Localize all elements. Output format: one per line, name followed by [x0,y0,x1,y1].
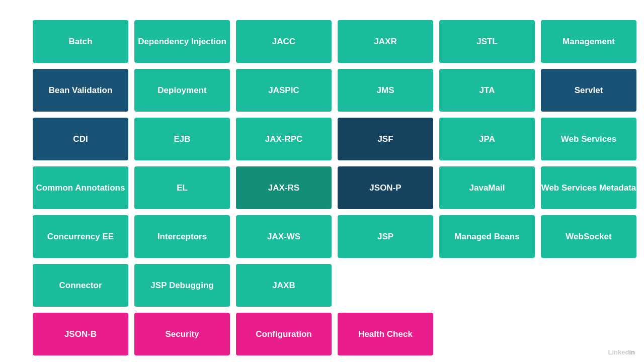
tile-jax-ws[interactable]: JAX-WS [236,215,332,258]
tile-web-services-metadata[interactable]: Web Services Metadata [541,166,636,209]
tile-jax-rs[interactable]: JAX-RS [236,166,332,209]
tile-jms[interactable]: JMS [338,69,433,112]
tile-jstl[interactable]: JSTL [439,20,535,63]
tile-deployment[interactable]: Deployment [134,69,230,112]
tile-jaxr[interactable]: JAXR [338,20,433,63]
tile-web-services[interactable]: Web Services [541,118,636,160]
grid-row-5: ConnectorJSP DebuggingJAXB [33,264,611,307]
tile-jpa[interactable]: JPA [439,118,535,160]
linkedin-badge: Linkedin [608,348,635,356]
tile-managed-beans[interactable]: Managed Beans [439,215,535,258]
tile-el[interactable]: EL [134,166,230,209]
tile-jacc[interactable]: JACC [236,20,332,63]
tile-dependency-injection[interactable]: Dependency Injection [134,20,230,63]
tile-jsf[interactable]: JSF [338,118,433,160]
tile-interceptors[interactable]: Interceptors [134,215,230,258]
tile-cdi[interactable]: CDI [33,118,128,160]
tile-management[interactable]: Management [541,20,636,63]
tile-batch[interactable]: Batch [33,20,128,63]
tile-json-b[interactable]: JSON-B [33,313,128,355]
tile-json-p[interactable]: JSON-P [338,166,433,209]
grid-row-4: Concurrency EEInterceptorsJAX-WSJSPManag… [33,215,611,258]
tile-jsp[interactable]: JSP [338,215,433,258]
tile-common-annotations[interactable]: Common Annotations [33,166,128,209]
tile-security[interactable]: Security [134,313,230,355]
grid-row-0: BatchDependency InjectionJACCJAXRJSTLMan… [33,20,611,63]
tile-jaspic[interactable]: JASPIC [236,69,332,112]
main-grid: BatchDependency InjectionJACCJAXRJSTLMan… [0,0,644,362]
grid-row-3: Common AnnotationsELJAX-RSJSON-PJavaMail… [33,166,611,209]
tile-jta[interactable]: JTA [439,69,535,112]
tile-bean-validation[interactable]: Bean Validation [33,69,128,112]
tile-ejb[interactable]: EJB [134,118,230,160]
tile-javamail[interactable]: JavaMail [439,166,535,209]
tile-connector[interactable]: Connector [33,264,128,307]
grid-row-2: CDIEJBJAX-RPCJSFJPAWeb Services [33,118,611,160]
tile-health-check[interactable]: Health Check [338,313,433,355]
tile-servlet[interactable]: Servlet [541,69,636,112]
tile-concurrency-ee[interactable]: Concurrency EE [33,215,128,258]
grid-row-1: Bean ValidationDeploymentJASPICJMSJTASer… [33,69,611,112]
tile-jax-rpc[interactable]: JAX-RPC [236,118,332,160]
tile-jsp-debugging[interactable]: JSP Debugging [134,264,230,307]
tile-websocket[interactable]: WebSocket [541,215,636,258]
tile-configuration[interactable]: Configuration [236,313,332,355]
grid-row-6: JSON-BSecurityConfigurationHealth Check [33,313,611,355]
tile-jaxb[interactable]: JAXB [236,264,332,307]
